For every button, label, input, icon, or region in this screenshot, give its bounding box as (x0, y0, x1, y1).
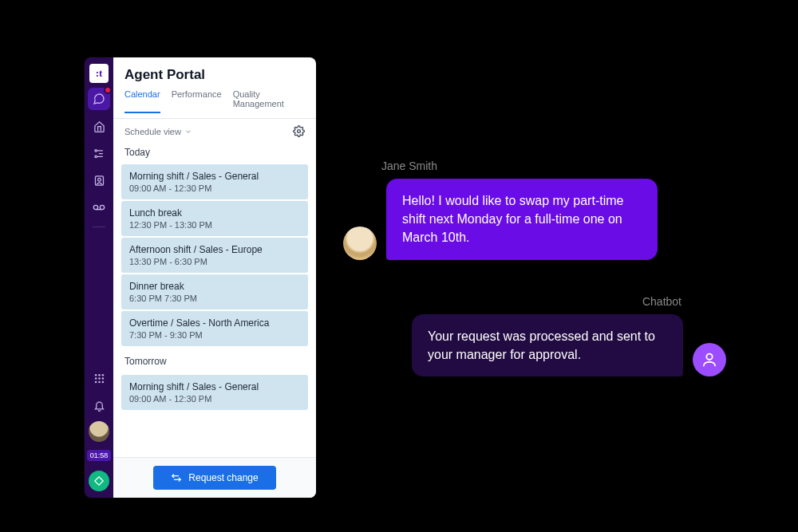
contact-icon (93, 175, 105, 187)
action-bar: Request change (113, 457, 316, 498)
svg-point-11 (101, 377, 104, 380)
dialpad-icon (93, 372, 105, 384)
user-message-row: Hello! I would like to swap my part-time… (343, 179, 726, 260)
left-sidebar: :t 01:58 (85, 57, 113, 498)
portal-main: Agent Portal Calendar Performance Qualit… (113, 57, 316, 498)
slot-title: Morning shift / Sales - General (129, 171, 300, 182)
bot-message-row: Your request was processed and sent to y… (343, 314, 726, 376)
svg-point-14 (101, 380, 104, 383)
diamond-icon (93, 475, 105, 487)
bot-message-bubble: Your request was processed and sent to y… (412, 314, 683, 376)
today-schedule: Morning shift / Sales - General 09:00 AM… (113, 164, 316, 410)
sidebar-item-chat[interactable] (88, 88, 110, 110)
slot-title: Dinner break (129, 281, 300, 292)
svg-point-0 (94, 149, 97, 152)
request-change-label: Request change (188, 472, 258, 483)
slot-time: 6:30 PM 7:30 PM (129, 294, 300, 303)
tab-quality[interactable]: Quality Management (233, 89, 305, 113)
sidebar-item-notifications[interactable] (88, 394, 110, 416)
view-selector[interactable]: Schedule view (124, 127, 192, 136)
sidebar-item-home[interactable] (88, 115, 110, 137)
user-avatar-large (343, 227, 377, 260)
svg-point-16 (706, 354, 712, 360)
schedule-slot[interactable]: Overtime / Sales - North America 7:30 PM… (121, 311, 308, 346)
voicemail-icon (93, 201, 105, 214)
svg-point-4 (93, 205, 97, 209)
svg-point-1 (94, 156, 97, 158)
chat-icon (93, 93, 105, 105)
page-title: Agent Portal (124, 67, 305, 83)
schedule-slot[interactable]: Lunch break 12:30 PM - 13:30 PM (121, 201, 308, 236)
slot-time: 7:30 PM - 9:30 PM (129, 330, 300, 340)
app-logo[interactable]: :t (89, 64, 109, 83)
portal-header: Agent Portal Calendar Performance Qualit… (113, 57, 316, 119)
bell-icon (93, 400, 105, 412)
sidebar-item-dialpad[interactable] (88, 367, 110, 389)
session-timer: 01:58 (87, 450, 112, 461)
slot-time: 09:00 AM - 12:30 PM (129, 394, 300, 404)
portal-tabs: Calendar Performance Quality Management (124, 89, 305, 113)
bot-icon (701, 351, 718, 368)
svg-point-10 (98, 377, 101, 380)
view-selector-label: Schedule view (124, 127, 181, 136)
notification-badge (104, 86, 112, 94)
tab-calendar[interactable]: Calendar (124, 89, 160, 113)
slot-title: Morning shift / Sales - General (129, 381, 300, 392)
request-change-button[interactable]: Request change (153, 466, 275, 490)
slot-time: 09:00 AM - 12:30 PM (129, 183, 300, 193)
flow-icon (93, 148, 105, 160)
svg-point-7 (98, 373, 101, 376)
tomorrow-label: Tomorrow (121, 353, 308, 373)
sender-name: Jane Smith (381, 160, 726, 172)
settings-button[interactable] (293, 125, 305, 137)
gear-icon (293, 125, 305, 137)
agent-portal-window: :t 01:58 Agent (85, 57, 316, 498)
status-indicator[interactable] (89, 471, 109, 491)
swap-icon (171, 472, 182, 483)
tab-performance[interactable]: Performance (172, 89, 222, 113)
svg-point-6 (94, 373, 97, 376)
slot-time: 13:30 PM - 6:30 PM (129, 257, 300, 266)
slot-title: Overtime / Sales - North America (129, 317, 300, 329)
user-message-bubble: Hello! I would like to swap my part-time… (386, 179, 658, 260)
bot-name: Chatbot (343, 295, 681, 308)
svg-point-5 (100, 205, 104, 209)
schedule-slot[interactable]: Morning shift / Sales - General 09:00 AM… (121, 164, 308, 199)
bot-avatar (693, 343, 726, 376)
chat-transcript: Jane Smith Hello! I would like to swap m… (343, 160, 726, 376)
slot-title: Afternoon shift / Sales - Europe (129, 244, 300, 255)
schedule-slot[interactable]: Morning shift / Sales - General 09:00 AM… (121, 375, 308, 410)
home-icon (93, 120, 105, 132)
schedule-slot[interactable]: Dinner break 6:30 PM 7:30 PM (121, 274, 308, 309)
sidebar-item-contacts[interactable] (88, 169, 110, 191)
slot-time: 12:30 PM - 13:30 PM (129, 220, 300, 230)
user-avatar[interactable] (89, 421, 109, 442)
sidebar-divider (93, 227, 105, 227)
sidebar-item-flow[interactable] (88, 142, 110, 164)
svg-point-15 (298, 130, 301, 133)
svg-point-9 (94, 377, 97, 380)
svg-point-8 (101, 373, 104, 376)
chevron-down-icon (184, 128, 192, 136)
schedule-slot[interactable]: Afternoon shift / Sales - Europe 13:30 P… (121, 238, 308, 273)
view-controls: Schedule view (113, 119, 316, 144)
svg-point-12 (94, 380, 97, 383)
svg-point-3 (97, 178, 101, 181)
svg-point-13 (98, 380, 101, 383)
today-label: Today (113, 144, 316, 164)
slot-title: Lunch break (129, 207, 300, 219)
sidebar-item-voicemail[interactable] (88, 196, 110, 219)
